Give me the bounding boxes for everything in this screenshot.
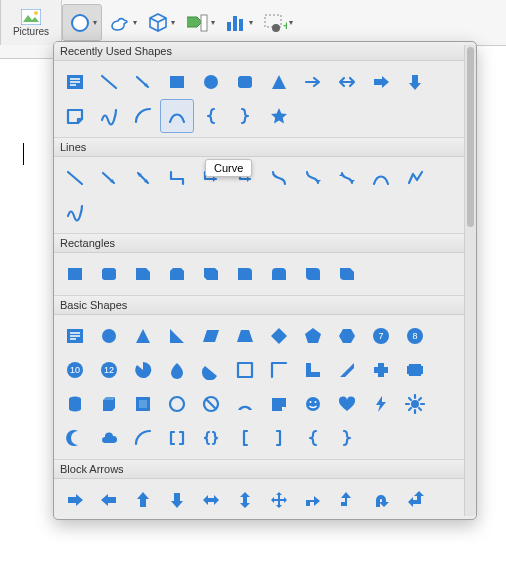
shape-right-brace[interactable] (228, 99, 262, 133)
shape-arc[interactable] (126, 99, 160, 133)
shape-double-bracket[interactable] (160, 421, 194, 455)
shape-folded-corner[interactable] (58, 99, 92, 133)
shape-double-brace[interactable] (194, 421, 228, 455)
shape-half-frame[interactable] (262, 353, 296, 387)
shape-curve[interactable] (160, 99, 194, 133)
shape-heart[interactable] (330, 387, 364, 421)
shape-snip-round[interactable] (330, 257, 364, 291)
shape-curved-left-arrow[interactable] (126, 517, 160, 519)
smartart-button[interactable]: ▾ (102, 0, 141, 45)
shape-round-same-side[interactable] (262, 257, 296, 291)
shape-up-down-arrow[interactable] (228, 483, 262, 517)
shape-freeform[interactable] (398, 161, 432, 195)
shape-hexagon[interactable] (330, 319, 364, 353)
shape-sun[interactable] (398, 387, 432, 421)
shape-left-brace[interactable] (296, 421, 330, 455)
shape-left-bracket[interactable] (228, 421, 262, 455)
shape-bent-arrow-right[interactable] (296, 483, 330, 517)
shape-isoceles-triangle[interactable] (262, 65, 296, 99)
shape-curved-double-arrow[interactable] (330, 161, 364, 195)
shape-dodecagon[interactable]: 12 (92, 353, 126, 387)
shape-uturn-arrow[interactable] (364, 483, 398, 517)
shape-striped-right-arrow[interactable] (228, 517, 262, 519)
shape-trapezoid[interactable] (228, 319, 262, 353)
shape-snip-same-side[interactable] (160, 257, 194, 291)
shape-rectangle[interactable] (160, 65, 194, 99)
shape-block-arc[interactable] (228, 387, 262, 421)
shape-home-plate[interactable] (296, 517, 330, 519)
shape-round-diagonal[interactable] (296, 257, 330, 291)
shape-can[interactable] (58, 387, 92, 421)
shape-elbow-connector[interactable] (160, 161, 194, 195)
shape-rounded-rectangle[interactable] (228, 65, 262, 99)
shape-right-brace[interactable] (330, 421, 364, 455)
shape-left-brace[interactable] (194, 99, 228, 133)
shape-line-arrow[interactable] (126, 65, 160, 99)
shape-rounded-rectangle[interactable] (92, 257, 126, 291)
shape-no-symbol[interactable] (194, 387, 228, 421)
shape-line-double-arrow[interactable] (126, 161, 160, 195)
shape-right-bracket[interactable] (262, 421, 296, 455)
shape-bent-arrow-up[interactable] (330, 483, 364, 517)
shape-snip-single-corner[interactable] (126, 257, 160, 291)
shape-octagon[interactable]: 8 (398, 319, 432, 353)
shape-cloud[interactable] (92, 421, 126, 455)
shape-left-up-arrow[interactable] (398, 483, 432, 517)
gallery-scrollbar[interactable] (464, 45, 476, 516)
shape-right-arrow[interactable] (58, 483, 92, 517)
shape-bevel[interactable] (126, 387, 160, 421)
shape-diamond[interactable] (262, 319, 296, 353)
shape-pie[interactable] (126, 353, 160, 387)
shape-parallelogram[interactable] (194, 319, 228, 353)
shape-right-arrow-thin[interactable] (296, 65, 330, 99)
pictures-button[interactable]: Pictures (0, 0, 62, 45)
shape-line[interactable] (58, 161, 92, 195)
shape-notched-right-arrow[interactable] (262, 517, 296, 519)
shape-bent-up-arrow[interactable] (58, 517, 92, 519)
shape-isoceles-triangle[interactable] (126, 319, 160, 353)
shape-line-arrow[interactable] (92, 161, 126, 195)
shape-scribble[interactable] (92, 99, 126, 133)
shape-single-round-corner[interactable] (228, 257, 262, 291)
screenshot-button[interactable]: + ▾ (258, 0, 297, 45)
3d-models-button[interactable]: ▾ (141, 0, 180, 45)
shape-text-box[interactable] (58, 319, 92, 353)
insert-object-button[interactable]: ▾ (180, 0, 219, 45)
shape-left-right-arrow-thin[interactable] (330, 65, 364, 99)
shape-donut[interactable] (160, 387, 194, 421)
scrollbar-thumb[interactable] (467, 47, 474, 227)
shape-curved-right-arrow[interactable] (92, 517, 126, 519)
shape-text-box[interactable] (58, 65, 92, 99)
shape-l-shape[interactable] (296, 353, 330, 387)
shape-moon[interactable] (58, 421, 92, 455)
shape-teardrop[interactable] (160, 353, 194, 387)
shape-star-5[interactable] (262, 99, 296, 133)
shapes-button[interactable]: ▾ (62, 4, 102, 41)
shape-lightning[interactable] (364, 387, 398, 421)
shape-curved-up-arrow[interactable] (160, 517, 194, 519)
shape-folded-corner-2[interactable] (262, 387, 296, 421)
shape-diagonal-stripe[interactable] (330, 353, 364, 387)
shape-right-block-arrow[interactable] (364, 65, 398, 99)
shape-frame[interactable] (228, 353, 262, 387)
shape-ellipse[interactable] (194, 65, 228, 99)
chart-button[interactable]: ▾ (219, 0, 258, 45)
shape-rectangle[interactable] (58, 257, 92, 291)
shape-quad-arrow[interactable] (262, 483, 296, 517)
shape-curved-arrow-connector[interactable] (296, 161, 330, 195)
shape-chevron[interactable] (330, 517, 364, 519)
shape-chord[interactable] (194, 353, 228, 387)
shape-curved-down-arrow[interactable] (194, 517, 228, 519)
shape-plus[interactable] (364, 353, 398, 387)
shape-right-triangle[interactable] (160, 319, 194, 353)
shape-line[interactable] (92, 65, 126, 99)
shape-curved-connector[interactable] (262, 161, 296, 195)
shape-decagon[interactable]: 10 (58, 353, 92, 387)
shape-curve[interactable] (364, 161, 398, 195)
shape-scribble[interactable] (58, 195, 92, 229)
shape-arc-line[interactable] (126, 421, 160, 455)
shape-down-block-arrow[interactable] (398, 65, 432, 99)
shape-heptagon[interactable]: 7 (364, 319, 398, 353)
shape-down-callout[interactable] (398, 517, 432, 519)
shape-pentagon[interactable] (296, 319, 330, 353)
